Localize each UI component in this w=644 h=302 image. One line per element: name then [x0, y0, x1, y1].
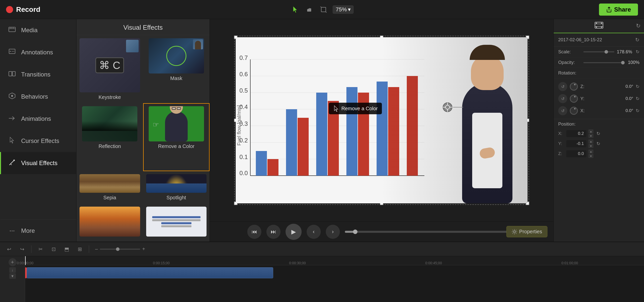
track-mini-2[interactable]: ▼ — [9, 273, 16, 279]
effect-remove-color[interactable]: ☞ Remove a Color — [143, 103, 210, 171]
chart-background: 0.7 0.6 0.5 0.4 0.3 0.2 0.1 0.0 Fuel flo… — [236, 37, 528, 203]
pos-z-down[interactable]: ▼ — [588, 154, 593, 158]
pos-z-up[interactable]: ▲ — [588, 149, 593, 154]
sidebar-item-annotations[interactable]: Annotations — [0, 41, 76, 63]
zoom-out-icon[interactable]: – — [95, 246, 98, 252]
copy-button[interactable]: ⊡ — [49, 244, 59, 254]
svg-line-8 — [326, 12, 327, 13]
pos-x-down[interactable]: ▼ — [588, 134, 593, 138]
rewind-button[interactable]: ⏮ — [247, 225, 261, 239]
paste-button[interactable]: ⬒ — [62, 244, 72, 254]
svg-rect-9 — [9, 27, 15, 32]
pos-y-up[interactable]: ▲ — [588, 139, 593, 143]
cut-button[interactable]: ✂ — [35, 244, 46, 254]
effect-mask[interactable]: Mask — [143, 35, 210, 103]
svg-rect-49 — [328, 101, 339, 176]
track-mini-1[interactable]: ↓ — [9, 267, 16, 273]
effect-spotlight[interactable]: Spotlight — [143, 171, 210, 204]
z-reset-icon[interactable]: ↻ — [636, 84, 639, 89]
z-rotate-ccw[interactable]: ↺ — [558, 82, 567, 91]
z-rotation-circle[interactable] — [570, 83, 578, 91]
record-indicator — [6, 6, 13, 13]
sidebar-item-behaviors[interactable]: Behaviors — [0, 86, 76, 108]
y-reset-icon[interactable]: ↻ — [636, 96, 639, 101]
reflection-label: Reflection — [99, 143, 121, 149]
timeline-column: 0:00:00;00 0:00:15;00 0:00:30;00 0:00:45… — [25, 256, 644, 302]
next-frame-button[interactable]: › — [326, 225, 340, 239]
x-rotation-circle[interactable] — [570, 107, 578, 115]
effect-reflection[interactable]: Reflection — [76, 103, 143, 171]
sidebar-item-transitions[interactable]: Transitions — [0, 63, 76, 86]
properties-button[interactable]: Properties — [506, 226, 547, 237]
playhead[interactable] — [25, 256, 26, 265]
pos-y-reset[interactable]: ↻ — [596, 141, 600, 146]
position-section: Position: X: 0.2 ▲ ▼ ↻ Y: -0.1 ▲ ▼ — [554, 119, 644, 162]
opacity-slider[interactable] — [583, 62, 622, 63]
sidebar-label-more: More — [21, 227, 35, 234]
sidebar-label-transitions: Transitions — [21, 71, 50, 78]
redo-button[interactable]: ↪ — [17, 244, 27, 254]
sidebar-item-cursor-effects[interactable]: Cursor Effects — [0, 130, 76, 152]
timemark-45: 0:00:45;00 — [425, 261, 442, 265]
pointer-tool[interactable] — [290, 5, 300, 15]
svg-text:0.7: 0.7 — [239, 54, 248, 61]
svg-rect-47 — [298, 118, 309, 176]
sidebar-item-media[interactable]: Media — [0, 19, 76, 41]
panel-refresh-icon[interactable]: ↻ — [636, 23, 640, 29]
y-axis-label: Y: — [580, 96, 595, 101]
play-button[interactable]: ▶ — [286, 224, 302, 240]
zoom-in-icon[interactable]: + — [142, 246, 145, 252]
svg-rect-46 — [286, 109, 297, 176]
cursor-effects-icon — [8, 137, 16, 145]
step-forward-button[interactable]: ⏭ — [266, 225, 280, 239]
filename-row: 2017-02-06_10-15-22 ↻ — [554, 33, 644, 47]
zoom-control[interactable]: 75% ▾ — [333, 5, 353, 14]
undo-button[interactable]: ↩ — [4, 244, 14, 254]
sidebar-item-animations[interactable]: Animations — [0, 108, 76, 130]
main-clip[interactable] — [27, 267, 273, 278]
scale-reset-icon[interactable]: ↻ — [636, 49, 639, 55]
crop-tool[interactable] — [318, 5, 329, 15]
split-button[interactable]: ⊞ — [75, 244, 85, 254]
pos-y-arrows: ▲ ▼ — [588, 139, 593, 148]
pos-x-up[interactable]: ▲ — [588, 129, 593, 133]
effect-sepia[interactable]: Sepia — [76, 171, 143, 204]
x-reset-icon[interactable]: ↻ — [636, 108, 639, 114]
hand-tool[interactable] — [304, 5, 314, 15]
svg-text:0.5: 0.5 — [239, 87, 248, 94]
pos-x-reset[interactable]: ↻ — [596, 131, 600, 136]
sidebar-item-more[interactable]: ··· More — [0, 219, 76, 242]
y-rotation-circle[interactable] — [570, 95, 578, 103]
effect-keystroke[interactable]: ⌘ C Keystroke — [76, 35, 143, 103]
svg-rect-6 — [321, 7, 326, 12]
sidebar-item-visual-effects[interactable]: Visual Effects — [0, 152, 76, 174]
effect-presentation[interactable] — [143, 204, 210, 242]
opacity-thumb[interactable] — [621, 61, 625, 64]
share-button[interactable]: Share — [599, 4, 638, 16]
progress-thumb[interactable] — [353, 230, 357, 234]
zoom-slider-thumb[interactable] — [116, 247, 119, 251]
landscape-thumb — [79, 207, 140, 237]
svg-rect-17 — [9, 71, 12, 76]
track-mini-buttons: ↓ ▼ — [9, 267, 16, 279]
scale-slider[interactable] — [583, 51, 614, 52]
effect-landscape[interactable] — [76, 204, 143, 242]
opacity-value: 100% — [624, 60, 639, 65]
progress-bar[interactable] — [345, 231, 516, 233]
svg-line-23 — [10, 161, 14, 165]
zoom-track[interactable] — [100, 249, 140, 250]
video-canvas[interactable]: 0.7 0.6 0.5 0.4 0.3 0.2 0.1 0.0 Fuel flo… — [236, 37, 528, 203]
x-rotation-value: 0.0° — [598, 108, 633, 113]
scale-thumb[interactable] — [605, 50, 608, 54]
pos-y-down[interactable]: ▼ — [588, 144, 593, 148]
opacity-label: Opacity: — [558, 60, 581, 65]
filename-refresh-icon[interactable]: ↻ — [635, 37, 639, 43]
x-rotate-ccw[interactable]: ↺ — [558, 106, 567, 115]
zoom-dropdown-icon: ▾ — [348, 6, 351, 13]
properties-label: Properties — [519, 229, 542, 235]
zoom-slider-container: – + — [95, 246, 145, 252]
prev-frame-button[interactable]: ‹ — [307, 225, 321, 239]
position-label: Position: — [558, 122, 581, 127]
y-rotate-ccw[interactable]: ↺ — [558, 94, 567, 103]
add-track-button[interactable]: + — [9, 258, 17, 266]
